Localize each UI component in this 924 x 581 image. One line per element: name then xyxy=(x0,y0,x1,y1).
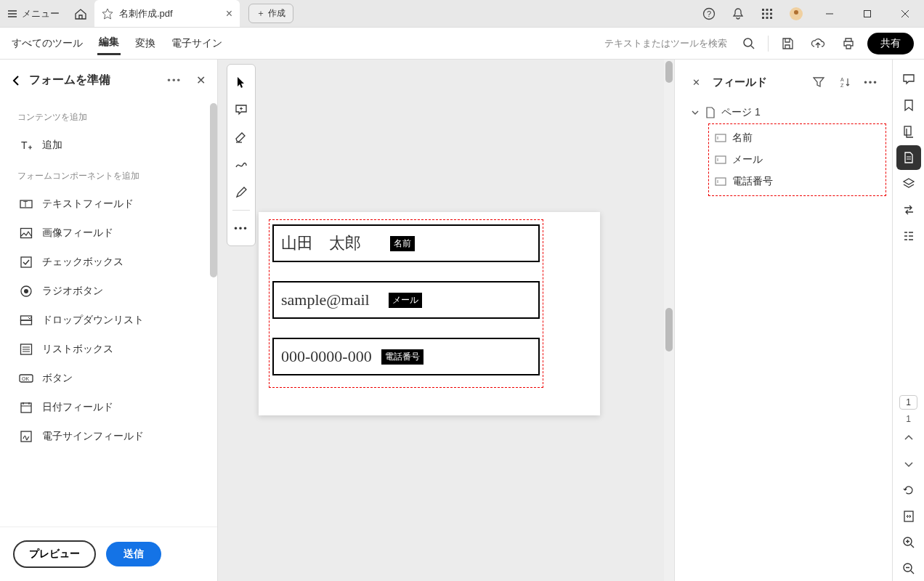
search-placeholder[interactable]: テキストまたはツールを検索 xyxy=(604,37,730,50)
right-panel-more[interactable]: ••• xyxy=(862,73,880,92)
notifications-button[interactable] xyxy=(726,2,750,25)
tool-esign[interactable]: 電子サイン xyxy=(170,33,224,54)
comp-label: リストボックス xyxy=(42,343,113,356)
comp-listbox[interactable]: リストボックス xyxy=(15,335,211,364)
preview-button[interactable]: プレビュー xyxy=(13,540,96,568)
palette-draw[interactable] xyxy=(230,152,253,178)
tool-convert[interactable]: 変換 xyxy=(134,33,157,54)
palette-select[interactable] xyxy=(230,69,253,95)
rail-comment[interactable] xyxy=(896,67,921,92)
field-icon xyxy=(715,134,726,142)
create-button[interactable]: ＋ 作成 xyxy=(248,4,293,23)
window-maximize[interactable] xyxy=(851,0,883,28)
pointer-icon xyxy=(235,76,247,89)
comp-date-field[interactable]: 日付フィールド xyxy=(15,393,211,422)
tree-field-name[interactable]: 名前 xyxy=(712,127,883,149)
tab-close-button[interactable]: × xyxy=(226,7,232,20)
canvas-vscroll[interactable] xyxy=(664,60,674,581)
sort-button[interactable]: AZ xyxy=(835,73,854,92)
form-field-name[interactable]: 山田 太郎 名前 xyxy=(272,224,540,262)
document-tab[interactable]: 名刺作成.pdf × xyxy=(94,0,240,27)
comp-checkbox[interactable]: チェックボックス xyxy=(15,248,211,277)
rail-layers[interactable] xyxy=(896,171,921,196)
tree-field-mail[interactable]: メール xyxy=(712,149,883,171)
save-button[interactable] xyxy=(776,32,799,55)
tool-edit[interactable]: 編集 xyxy=(97,31,121,55)
search-button[interactable] xyxy=(737,32,761,55)
left-scrollbar[interactable] xyxy=(210,103,217,277)
rail-thumbnails[interactable] xyxy=(896,119,921,144)
tree-field-phone[interactable]: 電話番号 xyxy=(712,171,883,192)
comp-text-field[interactable]: T テキストフィールド xyxy=(15,190,211,219)
back-button[interactable] xyxy=(12,75,20,86)
help-button[interactable]: ? xyxy=(697,2,721,25)
right-panel: ✕ フィールド AZ ••• ページ 1 名前 メール xyxy=(674,60,892,581)
share-button[interactable]: 共有 xyxy=(867,33,914,54)
comp-button[interactable]: OK ボタン xyxy=(15,364,211,393)
field-tag: 名前 xyxy=(390,236,415,251)
account-button[interactable] xyxy=(785,2,808,25)
left-panel-close[interactable]: ✕ xyxy=(196,73,206,87)
save-icon xyxy=(781,37,794,50)
rail-page-up[interactable] xyxy=(896,426,921,450)
form-field-phone[interactable]: 000-0000-000 電話番号 xyxy=(272,338,540,375)
minimize-icon xyxy=(825,9,834,18)
image-field-icon xyxy=(19,226,33,240)
svg-point-14 xyxy=(744,38,752,46)
rail-zoom-out[interactable] xyxy=(896,556,921,581)
home-button[interactable] xyxy=(67,0,94,27)
window-close[interactable] xyxy=(889,0,921,28)
rail-arrows[interactable] xyxy=(896,198,921,222)
selection-group[interactable]: 山田 太郎 名前 sample@mail メール 000-0000-000 電話… xyxy=(269,219,543,388)
filter-button[interactable] xyxy=(809,73,828,92)
svg-rect-5 xyxy=(762,12,764,15)
rail-rotate[interactable] xyxy=(896,478,921,503)
rail-fit[interactable] xyxy=(896,504,921,529)
left-panel-more[interactable]: ••• xyxy=(167,75,182,86)
titlebar-right: ? xyxy=(697,0,924,28)
comp-dropdown[interactable]: ドロップダウンリスト xyxy=(15,306,211,335)
section-add-content: コンテンツを追加 xyxy=(17,111,211,123)
right-panel-header: ✕ フィールド AZ ••• xyxy=(681,68,886,102)
tree-icon xyxy=(902,229,915,243)
comp-esign-field[interactable]: 電子サインフィールド xyxy=(15,422,211,451)
menu-button[interactable]: メニュー xyxy=(0,0,67,27)
cloud-button[interactable] xyxy=(806,32,830,55)
rail-page-down[interactable] xyxy=(896,452,921,476)
comp-image-field[interactable]: 画像フィールド xyxy=(15,219,211,248)
rail-zoom-in[interactable] xyxy=(896,530,921,555)
plus-icon: ＋ xyxy=(256,7,265,20)
filter-icon xyxy=(813,76,824,88)
right-panel-close[interactable]: ✕ xyxy=(686,73,705,92)
rail-bookmark[interactable] xyxy=(896,93,921,118)
apps-button[interactable] xyxy=(755,2,779,25)
rotate-icon xyxy=(902,484,915,497)
rail-fields[interactable] xyxy=(896,145,921,170)
palette-sign[interactable] xyxy=(230,179,253,206)
right-panel-title: フィールド xyxy=(713,76,802,89)
window-minimize[interactable] xyxy=(814,0,846,28)
page-number-badge[interactable]: 1 xyxy=(899,395,917,410)
pdf-page[interactable]: 山田 太郎 名前 sample@mail メール 000-0000-000 電話… xyxy=(259,212,600,415)
svg-rect-23 xyxy=(21,320,32,325)
palette-comment[interactable] xyxy=(230,97,253,123)
send-button[interactable]: 送信 xyxy=(106,542,161,566)
palette-highlight[interactable] xyxy=(230,124,253,150)
home-icon xyxy=(74,7,87,20)
svg-rect-6 xyxy=(766,12,769,15)
sort-az-icon: AZ xyxy=(839,76,851,88)
svg-rect-10 xyxy=(770,17,772,19)
add-content-item[interactable]: T 追加 xyxy=(15,131,211,160)
rail-tree[interactable] xyxy=(896,224,921,248)
svg-rect-19 xyxy=(21,257,31,267)
print-button[interactable] xyxy=(837,32,860,55)
vscroll-thumb-2[interactable] xyxy=(665,308,673,352)
tool-all-tools[interactable]: すべてのツール xyxy=(10,33,84,54)
svg-rect-9 xyxy=(766,17,769,19)
comment-add-icon xyxy=(235,103,248,116)
form-field-mail[interactable]: sample@mail メール xyxy=(272,281,540,319)
vscroll-thumb[interactable] xyxy=(665,61,673,83)
palette-more[interactable]: ••• xyxy=(230,215,253,241)
comp-radio[interactable]: ラジオボタン xyxy=(15,277,211,306)
tree-page-row[interactable]: ページ 1 xyxy=(688,102,886,123)
